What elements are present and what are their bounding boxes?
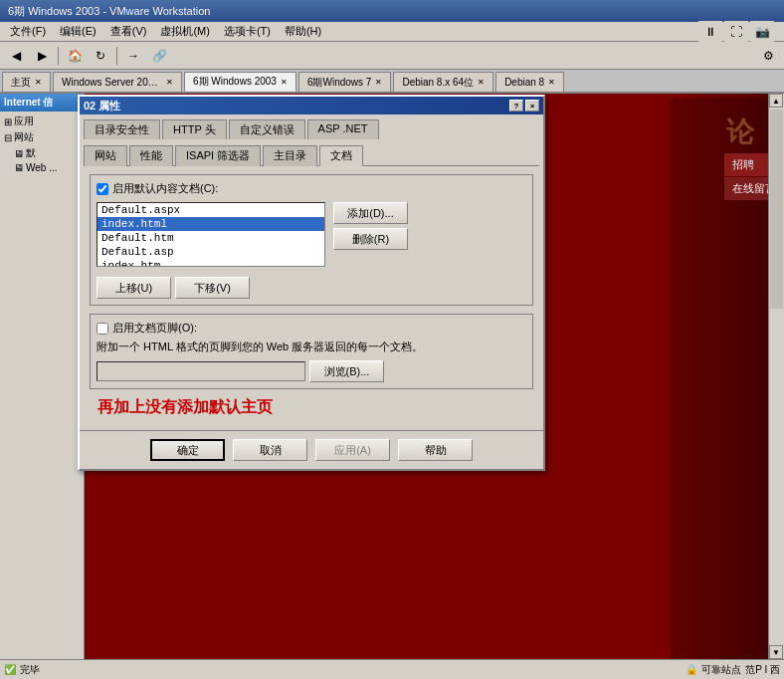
file-listbox[interactable]: Default.aspx index.html Default.htm Defa… (97, 202, 325, 267)
move-up-btn[interactable]: 上移(U) (97, 277, 171, 299)
dialog-title-buttons: ? × (509, 100, 539, 112)
annotation-text: 再加上没有添加默认主页 (98, 397, 533, 418)
section-footer: 启用文档页脚(O): 附加一个 HTML 格式的页脚到您的 Web 服务器返回的… (90, 314, 533, 389)
dialog-title: 02 属性 (84, 99, 120, 113)
dialog-tabs-row2: 网站 性能 ISAPI 筛选器 主目录 文档 (80, 140, 543, 165)
move-btn-row: 上移(U) 下移(V) (97, 277, 526, 299)
file-item-4[interactable]: index.htm (98, 259, 324, 267)
tab-website[interactable]: 网站 (84, 145, 127, 166)
enable-default-doc-checkbox[interactable] (97, 183, 108, 195)
section2-label: 启用文档页脚(O): (112, 321, 197, 336)
tab-dir-security[interactable]: 目录安全性 (84, 119, 160, 139)
browse-btn[interactable]: 浏览(B)... (309, 360, 384, 382)
tab-isapi[interactable]: ISAPI 筛选器 (175, 145, 261, 166)
dialog-help-btn[interactable]: ? (509, 100, 523, 112)
cancel-button[interactable]: 取消 (233, 439, 307, 461)
dialog-content: 启用默认内容文档(C): Default.aspx index.html Def… (80, 166, 543, 430)
file-list-container: Default.aspx index.html Default.htm Defa… (97, 202, 526, 273)
section2-header: 启用文档页脚(O): (97, 321, 526, 336)
help-button[interactable]: 帮助 (398, 439, 473, 461)
dialog-titlebar: 02 属性 ? × (80, 97, 543, 114)
tab-performance[interactable]: 性能 (129, 145, 173, 166)
file-item-1[interactable]: index.html (98, 217, 324, 231)
footer-desc: 附加一个 HTML 格式的页脚到您的 Web 服务器返回的每一个文档。 (97, 340, 526, 354)
file-btn-panel: 添加(D)... 删除(R) (333, 202, 408, 273)
tab-home-dir[interactable]: 主目录 (263, 145, 317, 166)
move-down-btn[interactable]: 下移(V) (175, 277, 250, 299)
properties-dialog: 02 属性 ? × 目录安全性 HTTP 头 自定义错误 ASP .NET (78, 95, 545, 471)
apply-button[interactable]: 应用(A) (315, 439, 390, 461)
ok-button[interactable]: 确定 (150, 439, 225, 461)
dialog-tabs-row1: 目录安全性 HTTP 头 自定义错误 ASP .NET (80, 114, 543, 138)
tab-custom-error[interactable]: 自定义错误 (229, 119, 305, 139)
file-item-2[interactable]: Default.htm (98, 231, 324, 245)
tab-document[interactable]: 文档 (319, 145, 363, 166)
tab-http-header[interactable]: HTTP 头 (162, 119, 227, 139)
browse-row: 浏览(B)... (97, 360, 526, 382)
enable-footer-checkbox[interactable] (97, 323, 108, 335)
section1-label: 启用默认内容文档(C): (112, 181, 218, 196)
section-default-docs: 启用默认内容文档(C): Default.aspx index.html Def… (90, 174, 533, 306)
file-item-3[interactable]: Default.asp (98, 245, 324, 259)
tab-asp-net[interactable]: ASP .NET (307, 119, 379, 139)
delete-btn[interactable]: 删除(R) (333, 228, 408, 250)
dialog-buttons: 确定 取消 应用(A) 帮助 (80, 430, 543, 469)
section1-header: 启用默认内容文档(C): (97, 181, 526, 196)
add-btn[interactable]: 添加(D)... (333, 202, 408, 224)
file-item-0[interactable]: Default.aspx (98, 203, 324, 217)
dialog-close-btn[interactable]: × (525, 100, 539, 112)
dialog-overlay: 02 属性 ? × 目录安全性 HTTP 头 自定义错误 ASP .NET (0, 0, 784, 679)
footer-path-input[interactable] (97, 361, 305, 381)
